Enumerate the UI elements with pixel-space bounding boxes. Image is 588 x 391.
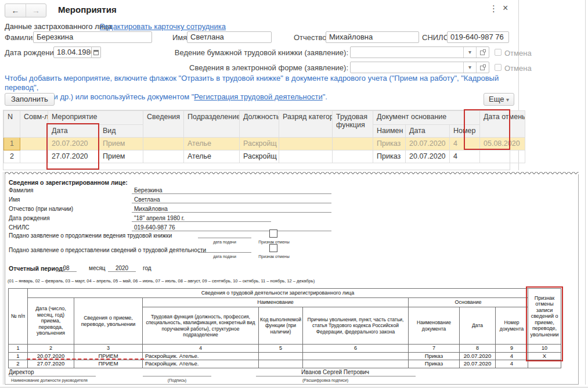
forward-button[interactable]: → (26, 4, 46, 17)
paper-workbook-dropdown-button[interactable]: ▾ (463, 47, 476, 58)
form-col5-header: Код выполняемой функции (при наличии) (259, 307, 303, 345)
cell-department[interactable]: Ателье (184, 138, 240, 150)
edit-employee-card-link[interactable]: Редактировать карточку сотрудника (100, 22, 226, 31)
col-header-event[interactable]: Мероприятие (48, 111, 143, 125)
col-header-info[interactable]: Сведения (143, 111, 184, 138)
middlename-input[interactable]: Михайловна (326, 31, 419, 43)
electronic-info-open-button[interactable] (476, 62, 489, 73)
col-header-cancel-date[interactable]: Дата отмены (480, 111, 525, 138)
electronic-info-combobox[interactable]: ▾ (350, 62, 489, 73)
form-cell-date: 27.07.2020 (28, 360, 74, 368)
hint-text: Чтобы добавить мероприятие, включите фла… (5, 74, 504, 102)
cell-kind[interactable]: Прием (99, 150, 143, 163)
cell-grade[interactable] (279, 150, 333, 163)
chevron-down-icon: ▾ (506, 96, 509, 103)
cell-position[interactable]: Раскройщ (240, 138, 279, 150)
firstname-input[interactable]: Светлана (187, 31, 272, 43)
events-table: N Совм-ль Мероприятие Сведения Подраздел… (3, 110, 525, 163)
col-header-department[interactable]: Подразделение (184, 111, 240, 138)
open-icon (480, 51, 485, 55)
form-cell-code (259, 360, 303, 368)
form-cell-code (259, 352, 303, 360)
cell-part-time[interactable] (20, 150, 48, 163)
event-row-1[interactable]: 1 20.07.2020 Прием Ателье Раскройщ Прика… (4, 138, 525, 150)
electronic-info-cancel-checkbox[interactable] (495, 64, 502, 71)
form-statement1-cancel-caption: Признак отмены (256, 240, 292, 244)
chevron-down-icon: ▾ (468, 64, 471, 70)
paper-workbook-combobox[interactable]: ▾ (350, 46, 489, 58)
cell-grade[interactable] (279, 138, 333, 150)
cell-base-date[interactable]: 20.07.2020 (406, 138, 450, 150)
labor-activity-registration-link[interactable]: Регистрация трудовой деятельности (194, 92, 322, 101)
form-data-row-1: 1 20.07.2020 ПРИЕМ Раскройщик. Ателье. П… (9, 352, 561, 360)
close-icon[interactable]: × (503, 3, 508, 13)
cell-date[interactable]: 27.07.2020 (48, 150, 99, 163)
cell-cancel-date[interactable] (480, 150, 525, 163)
col-header-base-doc[interactable]: Документ основание (373, 111, 480, 125)
cell-n[interactable]: 1 (4, 138, 20, 150)
paper-workbook-open-button[interactable] (476, 47, 489, 58)
paper-workbook-cancel-label: Отмена (504, 49, 532, 58)
paper-workbook-cancel-checkbox[interactable] (495, 49, 502, 56)
form-statement2-text: Подано заявление о предоставлении сведен… (9, 247, 206, 253)
back-arrow-icon: ← (12, 6, 20, 15)
col-header-part-time[interactable]: Совм-ль (20, 111, 48, 138)
col-header-base-number[interactable]: Номер (450, 125, 480, 138)
snils-input[interactable]: 019-640-987 76 (447, 31, 509, 43)
underline (9, 370, 96, 376)
cell-part-time[interactable] (20, 138, 48, 150)
paper-workbook-label: Ведение бумажной трудовой книжки (заявле… (145, 48, 348, 57)
form-period-month-caption: месяц (89, 265, 106, 271)
more-menu-icon[interactable]: ⋮ (489, 3, 498, 14)
col-header-base-date[interactable]: Дата (406, 125, 450, 138)
form-lastname-label: Фамилия (9, 187, 33, 193)
cell-n[interactable]: 2 (4, 150, 20, 163)
calendar-icon (93, 50, 99, 55)
more-button-label: Еще (489, 95, 504, 103)
cell-base-name[interactable]: Приказ (373, 150, 406, 163)
cell-cancel-date[interactable]: 05.08.2020 (480, 138, 525, 150)
fill-button[interactable]: Заполнить (5, 93, 55, 106)
form-col10-header: Признак отмены записи сведений о приеме,… (528, 289, 561, 345)
cell-base-name[interactable]: Приказ (373, 138, 406, 150)
form-firstname-label: Имя (9, 196, 20, 203)
back-button[interactable]: ← (5, 4, 26, 17)
form-cell-n: 1 (9, 352, 28, 360)
more-button[interactable]: Еще ▾ (484, 93, 514, 106)
calendar-button[interactable] (92, 46, 101, 58)
hint-line1: Чтобы добавить мероприятие, включите фла… (5, 74, 499, 92)
cell-base-date[interactable]: 20.07.2020 (406, 150, 450, 163)
col-header-date[interactable]: Дата (48, 125, 99, 138)
cell-position[interactable]: Раскройщ (240, 150, 279, 163)
cell-department[interactable]: Ателье (184, 150, 240, 163)
form-col1-header: № п/п (9, 289, 28, 345)
form-activity-table: № п/п Сведения о трудовой деятельности з… (8, 288, 561, 368)
cell-base-number[interactable]: 4 (450, 150, 480, 163)
form-cell-doc-number: 4 (496, 352, 528, 360)
underline (56, 265, 77, 272)
col-header-kind[interactable]: Вид (99, 125, 143, 138)
cell-info[interactable] (143, 150, 184, 163)
szvtd-print-form: Сведения о зарегистрированном лице: Фами… (5, 172, 579, 385)
event-row-2[interactable]: 2 27.07.2020 Прием Ателье Раскройщ Прика… (4, 150, 525, 163)
col-header-labor-function[interactable]: Трудовая функция (333, 111, 373, 138)
lastname-input[interactable]: Березкина (33, 31, 152, 43)
window-right-border (585, 0, 586, 385)
col-header-n[interactable]: N (4, 111, 20, 138)
events-window: ← → Мероприятия ⋮ × Данные застрахованно… (0, 0, 588, 391)
cell-labor-function[interactable] (333, 138, 373, 150)
birthdate-input[interactable]: 18.04.1980 (53, 46, 92, 58)
cell-labor-function[interactable] (333, 150, 373, 163)
form-cell-cancel: X (528, 352, 561, 360)
electronic-info-dropdown-button[interactable]: ▾ (463, 62, 476, 73)
cell-base-number[interactable]: 4 (450, 138, 480, 150)
col-header-base-name[interactable]: Наимен (373, 125, 406, 138)
col-header-position[interactable]: Должность (240, 111, 279, 138)
form-col8-header: Дата (460, 307, 496, 345)
cell-info[interactable] (143, 138, 184, 150)
col-header-grade[interactable]: Разряд категория (279, 111, 333, 138)
cell-date[interactable]: 20.07.2020 (48, 138, 99, 150)
form-cell-info: ПРИЕМ (74, 352, 143, 360)
form-colnum: 1 (9, 345, 28, 353)
cell-kind[interactable]: Прием (99, 138, 143, 150)
